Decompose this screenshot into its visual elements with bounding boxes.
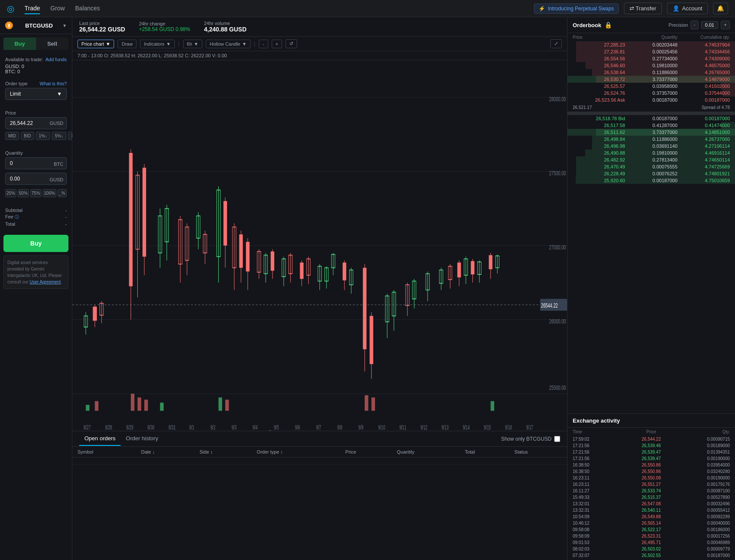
last-price-group: Last price 26,544.22 GUSD (79, 21, 125, 33)
sell-tab[interactable]: Sell (36, 37, 69, 50)
transfer-button[interactable]: ⇄ Transfer (624, 3, 662, 14)
orderbook-lock-icon[interactable]: 🔒 (605, 22, 612, 28)
chart-container: 28000.00 27500.00 27000.00 26000.00 2550… (72, 60, 567, 431)
col-status: Status (509, 447, 567, 457)
svg-rect-102 (95, 401, 98, 411)
order-history-tab[interactable]: Order history (121, 432, 163, 446)
svg-rect-108 (225, 400, 229, 411)
show-only-checkbox[interactable] (554, 436, 560, 442)
price-header: Last price 26,544.22 GUSD 24hr change +2… (72, 17, 567, 37)
svg-text:8/27: 8/27 (84, 424, 90, 430)
price-input-wrap: GUSD (5, 117, 67, 129)
exchange-activity-section: Exchange activity Time Price Qty. 17:59:… (568, 414, 735, 560)
orderbook-ask-row: 26,525.57 0.03958000 0.41502000 (568, 83, 735, 90)
qty-custom-pct[interactable]: _% (58, 189, 67, 197)
nav-trade[interactable]: Trade (25, 3, 40, 14)
pct1-button[interactable]: 1%↓ (36, 132, 50, 140)
qty-50pct[interactable]: 50% (18, 189, 29, 197)
subtotal-section: Subtotal- Fee ⓘ- Total- (0, 204, 72, 231)
order-type-label: Order type (5, 81, 28, 86)
exchange-activity-row: 09:58:08 26,522.17 0.00186000 (568, 526, 735, 533)
user-agreement-link[interactable]: User Agreement (30, 280, 61, 284)
svg-text:27000.00: 27000.00 (549, 243, 566, 251)
draw-button[interactable]: Draw (118, 40, 136, 48)
qty-25pct[interactable]: 25% (5, 189, 16, 197)
svg-text:9/10: 9/10 (378, 424, 385, 430)
exchange-activity-row: 16:23:11 26,551.27 0.00179176 (568, 481, 735, 488)
account-icon: 👤 (673, 5, 679, 12)
open-orders-tab[interactable]: Open orders (79, 432, 121, 446)
add-funds-link[interactable]: Add funds (45, 57, 67, 62)
quantity-section: Quantity BTC GUSD 25% 50% 75% 100% _% (0, 147, 72, 204)
candle-type-button[interactable]: Hollow Candle ▼ (206, 40, 251, 48)
svg-text:8/31: 8/31 (169, 424, 176, 430)
perpetual-badge[interactable]: ⚡ Introducing Perpetual Swaps (534, 3, 618, 14)
chart-toolbar: Price chart ▼ Draw Indicators ▼ | 6h ▼ H… (72, 37, 567, 51)
svg-rect-110 (372, 398, 375, 411)
nav-balances[interactable]: Balances (75, 3, 100, 14)
orderbook-rows: 27,285.23 0.00203448 4.74537904 27,236.8… (568, 41, 735, 414)
svg-rect-105 (144, 400, 148, 411)
orderbook-ask-row: 26,538.64 0.11886000 4.26765000 (568, 69, 735, 76)
nav-logo: ◎ (7, 3, 14, 14)
svg-rect-101 (86, 405, 89, 411)
orderbook-ask-row: 27,285.23 0.00203448 4.74537904 (568, 41, 735, 48)
nav-grow[interactable]: Grow (50, 3, 65, 14)
col-order-type[interactable]: Order type ↕ (251, 447, 340, 457)
available-label: Available to trade: Add funds (5, 57, 67, 62)
col-date[interactable]: Date ↓ (136, 447, 195, 457)
orderbook-ask-row: 26,546.60 0.19810000 4.46575000 (568, 62, 735, 69)
open-orders-table: Symbol Date ↓ Side ↕ Order type ↕ Price … (72, 447, 567, 465)
svg-rect-87 (457, 263, 461, 277)
buy-tab[interactable]: Buy (3, 37, 36, 50)
zoom-in-button[interactable]: + (272, 40, 282, 48)
order-type-select[interactable]: Limit ▼ (5, 88, 67, 100)
precision-minus-button[interactable]: - (691, 21, 698, 29)
orderbook-ask-row: 26,554.56 0.27734000 4.74309000 (568, 55, 735, 62)
orderbook-bid-row: 26,498.84 0.11886000 4.26737000 (568, 136, 735, 143)
what-is-link[interactable]: What is this? (40, 81, 67, 86)
qty-75pct[interactable]: 75% (30, 189, 41, 197)
right-split: Orderbook 🔒 Precision - 0.01 + Price Qua… (568, 17, 735, 560)
bid-button[interactable]: BID (21, 132, 34, 140)
orderbook-bid-row: 26,511.62 3.73377000 4.14851000 (568, 129, 735, 136)
exchange-activity-row: 09:58:09 26,523.31 0.00017256 (568, 533, 735, 539)
notification-button[interactable]: 🔔 (713, 3, 728, 14)
svg-text:9/1: 9/1 (189, 424, 195, 430)
zoom-out-button[interactable]: - (259, 40, 268, 48)
exchange-activity-row: 13:32:01 26,547.08 0.00032496 (568, 501, 735, 507)
candle-chevron-icon: ▼ (242, 41, 247, 47)
volume-group: 24hr volume 4,240.88 GUSD (204, 21, 247, 33)
buy-submit-button[interactable]: Buy (3, 235, 68, 252)
interval-button[interactable]: 6h ▼ (183, 40, 202, 48)
main-layout: ₿ BTCGUSD ▼ Buy Sell Available to trade:… (0, 17, 735, 560)
exchange-activity-columns: Time Price Qty. (568, 428, 735, 436)
chevron-down-icon: ▼ (62, 23, 67, 28)
lightning-icon: ⚡ (539, 6, 545, 12)
svg-text:9/6: 9/6 (295, 424, 300, 430)
svg-text:27500.00: 27500.00 (549, 169, 566, 177)
col-quantity: Quantity (391, 447, 459, 457)
precision-plus-button[interactable]: + (721, 21, 730, 29)
chevron-icon: ▼ (106, 41, 111, 47)
reset-zoom-button[interactable]: ↺ (285, 39, 297, 48)
qty-100pct[interactable]: 100% (43, 189, 56, 197)
price-chart-button[interactable]: Price chart ▼ (78, 40, 114, 48)
expand-chart-button[interactable]: ⤢ (550, 39, 562, 48)
svg-text:9/14: 9/14 (463, 424, 470, 430)
svg-rect-104 (137, 398, 141, 411)
available-section: Available to trade: Add funds GUSD: 0 BT… (0, 53, 72, 78)
svg-rect-103 (131, 394, 134, 411)
nav-links: Trade Grow Balances (25, 3, 100, 14)
mid-button[interactable]: MID (5, 132, 19, 140)
svg-text:9/5: 9/5 (274, 424, 279, 430)
indicators-button[interactable]: Indicators ▼ (140, 40, 175, 48)
symbol-selector[interactable]: ₿ BTCGUSD ▼ (0, 17, 72, 34)
exchange-activity-row: 13:32:31 26,540.11 0.00055412 (568, 507, 735, 513)
nav-right: ⚡ Introducing Perpetual Swaps ⇄ Transfer… (534, 3, 728, 14)
account-button[interactable]: 👤 Account (667, 3, 708, 14)
svg-rect-91 (471, 261, 474, 274)
pct5-button[interactable]: 5%↓ (52, 132, 66, 140)
svg-rect-65 (343, 263, 346, 280)
col-side[interactable]: Side ↕ (195, 447, 252, 457)
